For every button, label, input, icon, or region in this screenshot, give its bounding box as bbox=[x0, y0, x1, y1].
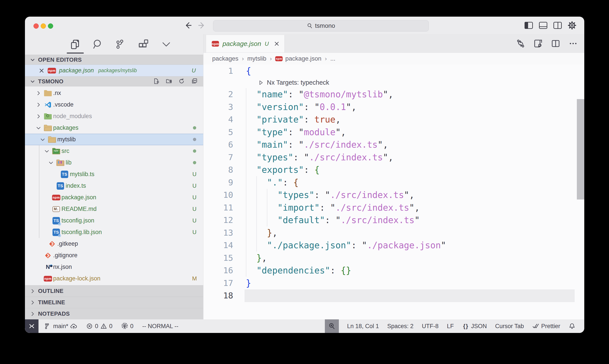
chevron-right-icon[interactable] bbox=[34, 112, 43, 121]
code-line-13[interactable]: 13 }, bbox=[203, 226, 584, 239]
tree-item-package-lock.json[interactable]: npmpackage-lock.jsonM bbox=[25, 273, 203, 284]
tree-item-label: packages bbox=[53, 124, 78, 131]
chevron-right-icon[interactable] bbox=[34, 100, 43, 109]
tree-item-nx.json[interactable]: Nnx.json bbox=[25, 261, 203, 273]
new-folder-icon[interactable] bbox=[166, 78, 173, 85]
chevron-down-icon[interactable] bbox=[38, 135, 47, 144]
status-formatter[interactable]: Prettier bbox=[532, 323, 560, 330]
navigate-forward-button[interactable] bbox=[197, 20, 207, 31]
collapse-all-icon[interactable] bbox=[191, 78, 198, 85]
code-line-15[interactable]: 15 }, bbox=[203, 252, 584, 264]
status-problems[interactable]: 00 bbox=[86, 323, 112, 330]
navigate-back-button[interactable] bbox=[183, 20, 193, 31]
tree-item-README.md[interactable]: M↓README.mdU bbox=[25, 203, 203, 215]
tree-item-node_modules[interactable]: JSnode_modules bbox=[25, 110, 203, 122]
tree-item-index.ts[interactable]: TSindex.tsU bbox=[25, 180, 203, 192]
tree-item-.gitkeep[interactable]: .gitkeep bbox=[25, 238, 203, 250]
activity-extensions-icon[interactable] bbox=[137, 38, 150, 51]
zoom-indicator-button[interactable] bbox=[325, 319, 339, 333]
tree-item-tsconfig.json[interactable]: TStsconfig.jsonU bbox=[25, 215, 203, 226]
activity-explorer-icon[interactable] bbox=[69, 38, 82, 51]
status-notifications[interactable] bbox=[569, 323, 576, 330]
section-header-notepads[interactable]: NOTEPADS bbox=[25, 308, 203, 319]
code-line-10[interactable]: 10 "types": "./src/index.ts", bbox=[203, 189, 584, 201]
tree-item-mytslib.ts[interactable]: TSmytslib.tsU bbox=[25, 169, 203, 180]
window-maximize-button[interactable] bbox=[48, 23, 53, 29]
section-header-timeline[interactable]: TIMELINE bbox=[25, 297, 203, 308]
code-line-5[interactable]: 5 "type": "module", bbox=[203, 126, 584, 139]
command-center-search[interactable]: tsmono bbox=[213, 20, 429, 31]
status-scm[interactable]: main* bbox=[44, 323, 77, 330]
code-line-12[interactable]: 12 "default": "./src/index.ts" bbox=[203, 214, 584, 227]
chevron-down-icon[interactable] bbox=[34, 123, 43, 132]
open-editor-item[interactable]: npm package.json packages/mytslib U bbox=[25, 65, 203, 76]
open-editors-header[interactable]: OPEN EDITORS bbox=[25, 55, 203, 65]
line-number: 18 bbox=[203, 291, 233, 300]
tree-item-src[interactable]: </>src bbox=[25, 145, 203, 157]
tree-item-.gitignore[interactable]: .gitignore bbox=[25, 250, 203, 261]
breadcrumb-label: package.json bbox=[285, 55, 321, 62]
tree-item-lib[interactable]: lib bbox=[25, 157, 203, 169]
activity-more-views-icon[interactable] bbox=[160, 38, 173, 51]
status-ports[interactable]: 0 bbox=[121, 323, 133, 330]
tree-item-decoration: M bbox=[186, 275, 203, 282]
code-line-17[interactable]: 17} bbox=[203, 277, 584, 289]
code-line-18[interactable]: 18 bbox=[203, 289, 584, 302]
code-line-7[interactable]: 7 "types": "./src/index.ts", bbox=[203, 151, 584, 164]
code-line-4[interactable]: 4 "private": true, bbox=[203, 113, 584, 126]
status-eol[interactable]: LF bbox=[447, 323, 454, 330]
tree-item-packages[interactable]: packages bbox=[25, 122, 203, 134]
code-line-16[interactable]: 16 "dependencies": {} bbox=[203, 264, 584, 277]
code-editor[interactable]: 1{Nx Targets: typecheck2 "name": "@tsmon… bbox=[203, 65, 584, 319]
chevron-down-icon[interactable] bbox=[42, 147, 52, 156]
remote-indicator[interactable] bbox=[25, 319, 39, 333]
status-language[interactable]: { }JSON bbox=[462, 323, 487, 330]
refresh-icon[interactable] bbox=[178, 78, 185, 85]
editor-scrollbar[interactable] bbox=[577, 99, 584, 199]
status-cursor-position[interactable]: Ln 18, Col 1 bbox=[347, 323, 379, 330]
codelens-nx-targets[interactable]: Nx Targets: typecheck bbox=[203, 77, 584, 88]
status-encoding[interactable]: UTF-8 bbox=[422, 323, 439, 330]
activity-source-control-icon[interactable] bbox=[114, 38, 127, 51]
breadcrumb-item--[interactable]: ... bbox=[330, 55, 335, 62]
git-icon bbox=[43, 251, 53, 260]
chevron-down-icon[interactable] bbox=[46, 158, 56, 167]
code-line-9[interactable]: 9 ".": { bbox=[203, 176, 584, 189]
toggle-panel-icon[interactable] bbox=[539, 21, 547, 30]
status-cursor-tab[interactable]: Cursor Tab bbox=[495, 323, 524, 330]
breadcrumb-item-mytslib[interactable]: mytslib bbox=[247, 55, 266, 62]
close-icon[interactable] bbox=[39, 68, 45, 74]
window-close-button[interactable] bbox=[33, 23, 39, 29]
tree-item-package.json[interactable]: npmpackage.jsonU bbox=[25, 192, 203, 203]
tab-package-json[interactable]: npm package.json U bbox=[206, 35, 285, 52]
settings-gear-icon[interactable] bbox=[568, 21, 576, 30]
code-line-3[interactable]: 3 "version": "0.0.1", bbox=[203, 101, 584, 113]
chevron-right-icon[interactable] bbox=[34, 89, 43, 98]
window-minimize-button[interactable] bbox=[41, 23, 46, 29]
section-header-outline[interactable]: OUTLINE bbox=[25, 285, 203, 297]
tree-item-tsconfig.lib.json[interactable]: TStsconfig.lib.jsonU bbox=[25, 226, 203, 238]
compare-changes-icon[interactable] bbox=[516, 39, 525, 48]
activity-search-icon[interactable] bbox=[91, 38, 104, 51]
code-line-6[interactable]: 6 "main": "./src/index.ts", bbox=[203, 139, 584, 151]
status-vim-mode[interactable]: -- NORMAL -- bbox=[142, 323, 178, 330]
open-preview-icon[interactable] bbox=[533, 39, 543, 48]
tree-item-mytslib[interactable]: mytslib bbox=[25, 134, 203, 145]
new-file-icon[interactable] bbox=[153, 78, 160, 85]
breadcrumb-item-package-json[interactable]: npmpackage.json bbox=[275, 55, 321, 62]
toggle-primary-sidebar-icon[interactable] bbox=[524, 21, 533, 30]
breadcrumb-item-packages[interactable]: packages bbox=[212, 55, 238, 62]
split-editor-icon[interactable] bbox=[551, 39, 560, 48]
toggle-secondary-sidebar-icon[interactable] bbox=[553, 21, 562, 30]
code-line-1[interactable]: 1{ bbox=[203, 65, 584, 77]
tree-item-.vscode[interactable]: .vscode bbox=[25, 99, 203, 110]
tree-item-.nx[interactable]: .nx bbox=[25, 87, 203, 99]
tab-close-icon[interactable] bbox=[274, 40, 280, 48]
workspace-header[interactable]: TSMONO bbox=[25, 76, 203, 86]
more-actions-icon[interactable] bbox=[569, 39, 578, 48]
code-line-8[interactable]: 8 "exports": { bbox=[203, 164, 584, 176]
code-line-14[interactable]: 14 "./package.json": "./package.json" bbox=[203, 239, 584, 252]
status-indentation[interactable]: Spaces: 2 bbox=[387, 323, 414, 330]
code-line-11[interactable]: 11 "import": "./src/index.ts", bbox=[203, 201, 584, 214]
code-line-2[interactable]: 2 "name": "@tsmono/mytslib", bbox=[203, 88, 584, 101]
